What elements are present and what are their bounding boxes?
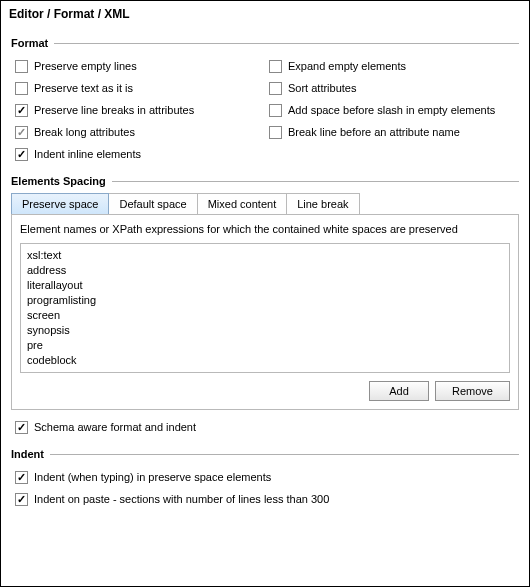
checkbox-label: Schema aware format and indent xyxy=(34,421,196,433)
page-title: Editor / Format / XML xyxy=(1,1,529,25)
list-item[interactable]: synopsis xyxy=(27,323,503,338)
checkbox-icon[interactable] xyxy=(15,60,28,73)
group-indent-label: Indent xyxy=(11,448,50,460)
group-format-header: Format xyxy=(11,37,519,49)
checkbox-icon[interactable] xyxy=(15,82,28,95)
list-item[interactable]: pre xyxy=(27,338,503,353)
tab-line-break[interactable]: Line break xyxy=(286,193,359,214)
break-long-attributes-row[interactable]: Break long attributes xyxy=(11,121,265,143)
checkbox-label: Preserve empty lines xyxy=(34,60,137,72)
checkbox-label: Sort attributes xyxy=(288,82,356,94)
checkbox-label: Break long attributes xyxy=(34,126,135,138)
checkbox-icon[interactable] xyxy=(15,104,28,117)
checkbox-icon[interactable] xyxy=(15,471,28,484)
tabs: Preserve space Default space Mixed conte… xyxy=(11,193,519,215)
preserve-empty-lines-row[interactable]: Preserve empty lines xyxy=(11,55,265,77)
divider xyxy=(50,454,519,455)
indent-on-paste-row[interactable]: Indent on paste - sections with number o… xyxy=(11,488,519,510)
schema-aware-row[interactable]: Schema aware format and indent xyxy=(11,416,519,438)
break-line-before-attr-row[interactable]: Break line before an attribute name xyxy=(265,121,519,143)
checkbox-label: Add space before slash in empty elements xyxy=(288,104,495,116)
group-elements-spacing-header: Elements Spacing xyxy=(11,175,519,187)
checkbox-icon[interactable] xyxy=(15,148,28,161)
checkbox-label: Indent (when typing) in preserve space e… xyxy=(34,471,271,483)
group-indent-header: Indent xyxy=(11,448,519,460)
checkbox-icon[interactable] xyxy=(269,60,282,73)
checkbox-icon[interactable] xyxy=(15,126,28,139)
checkbox-icon[interactable] xyxy=(269,126,282,139)
add-button[interactable]: Add xyxy=(369,381,429,401)
button-row: Add Remove xyxy=(20,381,510,401)
divider xyxy=(112,181,519,182)
sort-attributes-row[interactable]: Sort attributes xyxy=(265,77,519,99)
add-space-before-slash-row[interactable]: Add space before slash in empty elements xyxy=(265,99,519,121)
list-item[interactable]: xsl:text xyxy=(27,248,503,263)
indent-inline-elements-row[interactable]: Indent inline elements xyxy=(11,143,265,165)
group-format-label: Format xyxy=(11,37,54,49)
preserve-line-breaks-row[interactable]: Preserve line breaks in attributes xyxy=(11,99,265,121)
format-left-col: Preserve empty lines Preserve text as it… xyxy=(11,55,265,165)
checkbox-icon[interactable] xyxy=(269,104,282,117)
checkbox-label: Expand empty elements xyxy=(288,60,406,72)
preserve-text-as-is-row[interactable]: Preserve text as it is xyxy=(11,77,265,99)
expand-empty-elements-row[interactable]: Expand empty elements xyxy=(265,55,519,77)
list-item[interactable]: address xyxy=(27,263,503,278)
elements-listbox[interactable]: xsl:text address literallayout programli… xyxy=(20,243,510,373)
content: Format Preserve empty lines Preserve tex… xyxy=(1,25,529,518)
group-elements-spacing-label: Elements Spacing xyxy=(11,175,112,187)
checkbox-icon[interactable] xyxy=(15,493,28,506)
remove-button[interactable]: Remove xyxy=(435,381,510,401)
format-options: Preserve empty lines Preserve text as it… xyxy=(11,55,519,165)
list-item[interactable]: codeblock xyxy=(27,353,503,368)
tab-mixed-content[interactable]: Mixed content xyxy=(197,193,287,214)
list-item[interactable]: literallayout xyxy=(27,278,503,293)
checkbox-label: Break line before an attribute name xyxy=(288,126,460,138)
checkbox-label: Preserve text as it is xyxy=(34,82,133,94)
divider xyxy=(54,43,519,44)
list-item[interactable]: programlisting xyxy=(27,293,503,308)
checkbox-label: Indent inline elements xyxy=(34,148,141,160)
tab-preserve-space[interactable]: Preserve space xyxy=(11,193,109,214)
tab-default-space[interactable]: Default space xyxy=(108,193,197,214)
tab-description: Element names or XPath expressions for w… xyxy=(20,221,510,243)
format-right-col: Expand empty elements Sort attributes Ad… xyxy=(265,55,519,165)
checkbox-label: Indent on paste - sections with number o… xyxy=(34,493,329,505)
checkbox-icon[interactable] xyxy=(15,421,28,434)
checkbox-icon[interactable] xyxy=(269,82,282,95)
list-item[interactable]: screen xyxy=(27,308,503,323)
checkbox-label: Preserve line breaks in attributes xyxy=(34,104,194,116)
indent-when-typing-row[interactable]: Indent (when typing) in preserve space e… xyxy=(11,466,519,488)
tab-body: Element names or XPath expressions for w… xyxy=(11,215,519,410)
